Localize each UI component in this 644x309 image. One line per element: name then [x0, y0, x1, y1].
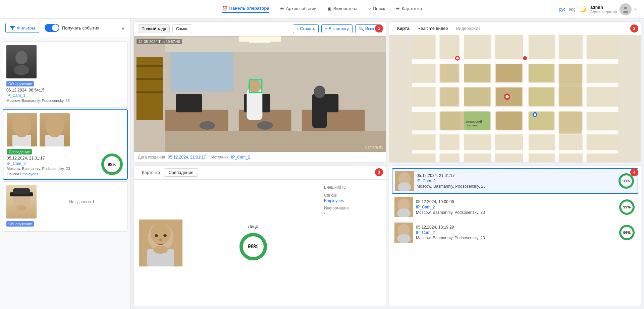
- map-frame[interactable]: Покровский бульвар: [389, 35, 641, 162]
- svg-point-71: [534, 113, 536, 116]
- top-nav: ⏰ Панель оператора ☰ Архив событий ▣ Вид…: [0, 0, 644, 19]
- panel-video: 1 Полный кадр Сэмпл ↓ Скачать + В карточ…: [133, 21, 386, 163]
- svg-rect-23: [176, 94, 202, 113]
- event-cam-2[interactable]: IP_Cam_2: [7, 161, 100, 166]
- video-timestamp: 12-05-2024 Thu 19:57:46: [137, 39, 182, 44]
- svg-rect-28: [247, 89, 262, 120]
- panel-match: 3 Карточка Совпадение: [133, 165, 386, 306]
- search-icon-nav: ○: [368, 6, 371, 11]
- event-date-2: 05.12.2024, 21:01:17: [7, 156, 100, 161]
- event-card-2[interactable]: Совпадение 05.12.2024, 21:01:17 IP_Cam_2…: [3, 109, 128, 180]
- svg-rect-54: [464, 64, 490, 82]
- detail-external-id: Внешний ID: [324, 185, 380, 190]
- svg-rect-18: [134, 131, 386, 152]
- match-details: Внешний ID Списки Employees Информация -: [319, 180, 386, 306]
- svg-point-69: [505, 95, 508, 98]
- svg-text:Покровский: Покровский: [465, 120, 482, 123]
- event-addr-1: Moscow, Basmanniy, Podsosensky, 23: [6, 99, 124, 103]
- nav-item-cardfile[interactable]: ☰ Картотека: [396, 6, 422, 12]
- nav-item-archive[interactable]: ☰ Архив событий: [280, 6, 317, 12]
- timeline-list: 05.12.2024, 21:01:17 IP_Cam_2 Moscow, Ba…: [389, 166, 641, 306]
- detail-lists-value[interactable]: Employees: [324, 198, 380, 203]
- panel-timeline: 4 05.12.2024, 21:01:17: [389, 165, 641, 306]
- theme-toggle-icon[interactable]: 🌙: [580, 6, 586, 12]
- svg-rect-31: [312, 94, 327, 128]
- svg-rect-48: [491, 35, 495, 162]
- match-tab-coincidence[interactable]: Совпадение: [164, 168, 198, 177]
- svg-rect-43: [412, 107, 619, 112]
- meta-source: Источник IP_Cam_2: [211, 155, 250, 160]
- timeline-donut-3: 96%: [618, 224, 636, 241]
- events-list: Обнаружение 06.12.2024, 08:54:15 IP_Cam_…: [0, 37, 130, 309]
- video-cam-label: Camera 01: [365, 145, 383, 149]
- svg-point-9: [50, 132, 59, 137]
- to-card-button[interactable]: + В карточку: [321, 24, 352, 33]
- lang-ru[interactable]: рус: [559, 7, 565, 12]
- svg-rect-35: [137, 78, 163, 80]
- info-icon[interactable]: ℹ: [93, 199, 94, 204]
- main-layout: Фильтры Получать события ▲ Обн: [0, 19, 644, 309]
- event-face-1: [6, 45, 37, 78]
- timeline-item-1[interactable]: 05.12.2024, 21:01:17 IP_Cam_2 Moscow, Ba…: [392, 168, 638, 194]
- svg-point-3: [14, 65, 29, 75]
- grid-icon: ▣: [327, 6, 331, 11]
- event-tags-2: Списки Employees: [7, 172, 100, 176]
- filter-icon: [10, 25, 15, 30]
- menu-icon-archive: ☰: [280, 6, 284, 11]
- fullframe-tab[interactable]: Полный кадр: [138, 24, 170, 33]
- nav-label-videowall: Видеостена: [333, 6, 358, 11]
- user-name: admin: [590, 5, 617, 10]
- map-tab-videoarchive[interactable]: Видеоархив: [452, 24, 485, 32]
- video-toolbar: Полный кадр Сэмпл ↓ Скачать + В карточку…: [134, 22, 386, 36]
- svg-point-0: [624, 7, 627, 9]
- svg-point-1: [623, 11, 628, 13]
- event-card-3[interactable]: Нет данных ℹ Обнаружение: [3, 181, 128, 232]
- event-list-link-2[interactable]: Employees: [20, 172, 38, 176]
- map-tab-realtime[interactable]: Realtime видео: [414, 24, 452, 32]
- event-cam-1[interactable]: IP_Cam_1: [6, 93, 124, 98]
- event-card-1[interactable]: Обнаружение 06.12.2024, 08:54:15 IP_Cam_…: [3, 41, 128, 108]
- filter-button[interactable]: Фильтры: [5, 23, 39, 33]
- svg-point-81: [163, 234, 167, 237]
- svg-point-77: [151, 223, 171, 244]
- avatar[interactable]: [620, 3, 632, 15]
- lang-toggle[interactable]: рус eng: [559, 7, 575, 12]
- map-tab-map[interactable]: Карта: [393, 24, 414, 32]
- svg-rect-22: [302, 110, 365, 131]
- svg-rect-60: [529, 111, 554, 129]
- nav-items: ⏰ Панель оператора ☰ Архив событий ▣ Вид…: [222, 6, 422, 13]
- nav-item-videowall[interactable]: ▣ Видеостена: [327, 6, 358, 12]
- event-face-3: [6, 185, 37, 219]
- event-badge-1: Обнаружение: [6, 81, 34, 86]
- download-button[interactable]: ↓ Скачать: [293, 24, 319, 33]
- video-frame: 12-05-2024 Thu 19:57:46 Camera 01: [134, 36, 386, 152]
- timeline-item-3[interactable]: 05.12.2024, 18:19:29 IP_Cam_2 Moscow, Ba…: [392, 221, 638, 245]
- nav-label-search: Поиск: [373, 6, 385, 11]
- timeline-face-2: [394, 197, 413, 217]
- sample-tab[interactable]: Сэмпл: [172, 24, 192, 33]
- match-tab-card[interactable]: Карточка: [138, 169, 164, 176]
- scroll-up-icon[interactable]: ▲: [121, 25, 125, 30]
- svg-rect-14: [13, 188, 30, 194]
- no-data-label: Нет данных ℹ: [39, 185, 124, 219]
- event-date-1: 06.12.2024, 08:54:15: [6, 88, 124, 92]
- lang-en[interactable]: eng: [569, 7, 576, 12]
- left-panel-header: Фильтры Получать события ▲: [0, 19, 130, 37]
- nav-item-search[interactable]: ○ Поиск: [368, 6, 385, 12]
- svg-rect-51: [583, 35, 587, 162]
- svg-rect-62: [496, 111, 522, 129]
- receive-events-toggle[interactable]: [45, 24, 59, 32]
- nav-item-operator[interactable]: ⏰ Панель оператора: [222, 6, 269, 13]
- timeline-item-2[interactable]: 05.12.2024, 19:00:06 IP_Cam_2 Moscow, Ba…: [392, 195, 638, 219]
- svg-rect-47: [460, 35, 464, 162]
- svg-rect-36: [137, 91, 163, 93]
- event-badge-3: Обнаружение: [6, 221, 34, 227]
- nav-label-cardfile: Картотека: [402, 6, 422, 11]
- user-role: Администратор: [590, 10, 617, 14]
- meta-source-value[interactable]: IP_Cam_2: [231, 155, 250, 160]
- match-toolbar: Карточка Совпадение: [134, 166, 386, 180]
- chevron-down-icon[interactable]: ▾: [634, 7, 636, 11]
- svg-rect-33: [137, 57, 163, 120]
- svg-point-29: [248, 79, 261, 93]
- svg-point-79: [153, 246, 168, 254]
